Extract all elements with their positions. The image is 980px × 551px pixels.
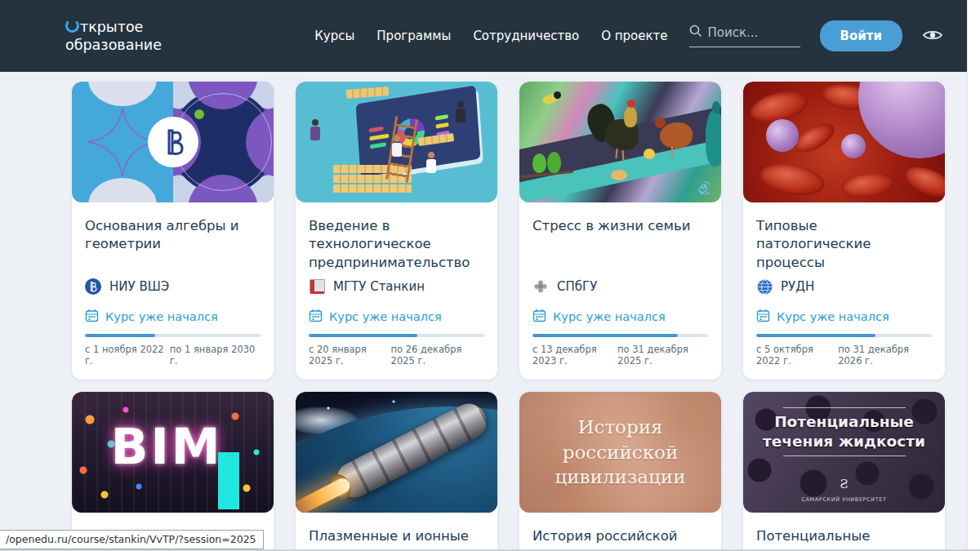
history-image-text: История российской цивилизации <box>519 392 721 513</box>
fluid-image-text: Потенциальные течения жидкости <box>743 403 945 460</box>
date-from: с 13 декабря 2023 г. <box>532 344 617 367</box>
nav-item-courses[interactable]: Курсы <box>314 29 354 43</box>
course-dates: с 13 декабря 2023 г. по 31 декабря 2025 … <box>532 344 708 367</box>
course-image-family-stress-birds <box>519 82 721 202</box>
course-status-row: Курс уже начался <box>532 309 708 325</box>
course-image-algebra-geometry <box>72 82 274 202</box>
course-progress-fill <box>309 334 417 337</box>
search-placeholder: Поиск... <box>708 25 759 40</box>
course-card[interactable]: Типовые патологические процессы РУДН Кур… <box>743 82 945 380</box>
course-title: Плазменные и ионные ракетные двигатели <box>309 527 484 551</box>
course-title: Стресс в жизни семьи <box>532 217 708 235</box>
nav-item-programs[interactable]: Программы <box>376 29 451 43</box>
course-card[interactable]: Плазменные и ионные ракетные двигатели <box>296 392 497 551</box>
course-card[interactable]: Основания алгебры и геометрии НИУ ВШЭ Ку… <box>72 82 274 380</box>
eye-icon <box>922 33 943 45</box>
course-card[interactable]: История российской цивилизации История р… <box>519 392 721 551</box>
course-dates: с 20 января 2025 г. по 26 декабря 2025 г… <box>309 344 484 367</box>
calendar-icon <box>532 309 546 325</box>
course-image-blood-cells <box>743 82 945 202</box>
university-row[interactable]: РУДН <box>756 278 932 295</box>
date-to: по 1 января 2030 г. <box>170 344 261 367</box>
course-progress-fill <box>85 334 155 337</box>
course-status-label: Курс уже начался <box>553 310 666 323</box>
university-name: РУДН <box>781 279 814 294</box>
nav-item-about[interactable]: О проекте <box>601 29 667 43</box>
search-input[interactable]: Поиск... <box>689 24 800 47</box>
university-row[interactable]: СПбГУ <box>532 278 708 295</box>
date-to: по 31 декабря 2025 г. <box>617 344 708 367</box>
course-progress-bar <box>756 334 932 337</box>
course-image-entrepreneurship <box>296 82 497 202</box>
open-circle-logo-icon <box>65 19 79 33</box>
course-image-russian-history: История российской цивилизации <box>519 392 721 513</box>
rudn-university-icon <box>756 278 773 295</box>
university-row[interactable]: НИУ ВШЭ <box>85 278 261 295</box>
date-from: с 20 января 2025 г. <box>309 344 391 367</box>
course-progress-bar <box>309 334 484 337</box>
date-from: с 1 ноября 2022 г. <box>85 344 170 367</box>
course-grid: Основания алгебры и геометрии НИУ ВШЭ Ку… <box>72 82 945 551</box>
link-preview-statusbar: /openedu.ru/course/stankin/VvTP/?session… <box>0 530 264 549</box>
university-name: НИУ ВШЭ <box>109 279 169 294</box>
course-card[interactable]: Потенциальные течения жидкости Ƨ САМАРСК… <box>743 392 945 551</box>
site-logo[interactable]: ткрытое образование <box>65 18 162 55</box>
university-name: СПбГУ <box>557 279 597 294</box>
course-card[interactable]: Введение в технологическое предпринимате… <box>296 82 497 380</box>
calendar-icon <box>85 309 99 325</box>
course-image-bim: BIM <box>72 392 274 513</box>
date-from: с 5 октября 2022 г. <box>756 344 838 367</box>
course-title: История российской цивилизации <box>532 527 708 551</box>
course-progress-bar <box>85 334 261 337</box>
top-navigation-bar: ткрытое образование Курсы Программы Сотр… <box>0 0 968 72</box>
calendar-icon <box>309 309 323 325</box>
samara-university-text: САМАРСКИЙ УНИВЕРСИТЕТ <box>743 496 945 503</box>
university-row[interactable]: МГТУ Станкин <box>309 278 484 295</box>
course-title: Введение в технологическое предпринимате… <box>309 217 484 272</box>
spbu-university-icon <box>532 278 549 295</box>
course-image-fluid-flows: Потенциальные течения жидкости Ƨ САМАРСК… <box>743 392 945 513</box>
course-status-label: Курс уже начался <box>329 310 442 323</box>
samara-university-logo-icon: Ƨ <box>743 477 945 491</box>
course-status-label: Курс уже начался <box>777 310 889 323</box>
hse-university-icon <box>85 278 101 295</box>
main-nav: Курсы Программы Сотрудничество О проекте <box>314 29 667 43</box>
course-status-row: Курс уже начался <box>85 309 261 325</box>
course-dates: с 5 октября 2022 г. по 31 декабря 2026 г… <box>756 344 932 367</box>
course-title: Основания алгебры и геометрии <box>85 217 261 254</box>
date-to: по 26 декабря 2025 г. <box>391 344 484 367</box>
hse-crest-icon <box>148 117 198 167</box>
course-status-row: Курс уже начался <box>309 309 484 325</box>
course-progress-fill <box>756 334 875 337</box>
course-status-label: Курс уже начался <box>105 310 218 323</box>
course-progress-bar <box>532 334 708 337</box>
date-to: по 31 декабря 2026 г. <box>838 344 932 367</box>
calendar-icon <box>756 309 770 325</box>
login-button[interactable]: Войти <box>820 20 902 51</box>
spiral-doodle-icon <box>693 178 710 194</box>
nav-item-cooperation[interactable]: Сотрудничество <box>473 29 579 43</box>
accessibility-eye-button[interactable] <box>920 26 945 47</box>
university-name: МГТУ Станкин <box>333 279 425 294</box>
course-dates: с 1 ноября 2022 г. по 1 января 2030 г. <box>85 344 261 367</box>
logo-text-line2: образование <box>65 37 162 53</box>
stankin-university-icon <box>309 278 325 295</box>
course-image-plasma-rocket <box>296 392 497 513</box>
course-progress-fill <box>532 334 678 337</box>
course-title: Потенциальные течения жидкости <box>756 527 932 551</box>
bim-image-text: BIM <box>111 418 223 475</box>
scrollbar-track[interactable] <box>967 0 980 551</box>
course-card[interactable]: BIM BIM: from sketch to digital <box>72 392 274 551</box>
logo-text-line1: ткрытое <box>80 19 143 35</box>
course-title: Типовые патологические процессы <box>756 217 932 272</box>
search-icon <box>689 24 702 41</box>
course-card[interactable]: Стресс в жизни семьи СПбГУ Курс уже нача… <box>519 82 721 380</box>
course-status-row: Курс уже начался <box>756 309 932 325</box>
